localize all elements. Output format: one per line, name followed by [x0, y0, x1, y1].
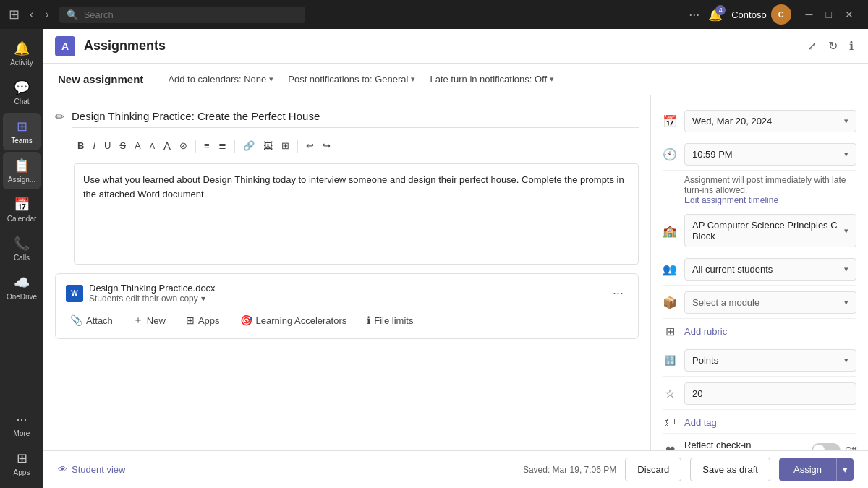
font-size-up-button[interactable]: A [160, 137, 174, 155]
due-date-value: Wed, Mar 20, 2024 [692, 116, 772, 127]
file-limits-button[interactable]: ℹ File limits [362, 312, 417, 329]
saved-status: Saved: Mar 19, 7:06 PM [523, 465, 616, 475]
reflect-toggle[interactable]: Off [812, 443, 856, 451]
underline-button[interactable]: U [101, 137, 114, 154]
sidebar-item-assignments[interactable]: 📋 Assign... [3, 152, 41, 189]
class-dropdown[interactable]: AP Computer Science Principles C Block ▾ [684, 214, 856, 247]
tag-row: 🏷 Add tag [663, 411, 856, 434]
search-input[interactable] [84, 9, 298, 20]
file-sub-label[interactable]: Students edit their own copy ▾ [89, 294, 216, 304]
body-layout: ✏ B I U S A A A ⊘ ≡ ≣ 🔗 [43, 95, 868, 450]
toggle-track[interactable] [812, 443, 841, 451]
points-type-dropdown[interactable]: Points ▾ [684, 349, 856, 372]
sidebar-item-onedrive[interactable]: ☁️ OneDrive [3, 269, 41, 307]
calendar-option-chevron: ▾ [269, 74, 273, 84]
learning-accelerators-button[interactable]: 🎯 Learning Accelerators [236, 312, 352, 329]
attachment-more-button[interactable]: ··· [608, 284, 628, 302]
close-button[interactable]: ✕ [839, 6, 859, 23]
activity-icon: 🔔 [14, 40, 30, 56]
student-view-label: Student view [72, 464, 125, 475]
font-size-down-button[interactable]: A [146, 139, 158, 153]
tag-icon: 🏷 [663, 416, 677, 429]
discard-button[interactable]: Discard [625, 458, 681, 481]
save-draft-button[interactable]: Save as draft [690, 458, 770, 481]
sidebar-item-apps[interactable]: ⊞ Apps [3, 445, 41, 482]
number-list-button[interactable]: ≣ [215, 137, 230, 154]
file-sub-chevron: ▾ [201, 294, 205, 304]
notifications-option[interactable]: Post notifications to: General ▾ [281, 71, 422, 87]
class-row: 🏫 AP Computer Science Principles C Block… [663, 210, 856, 252]
late-turn-option[interactable]: Late turn in notifications: Off ▾ [422, 71, 561, 87]
file-details: Design Thinking Practice.docx Students e… [89, 283, 216, 304]
calendar-option[interactable]: Add to calendars: None ▾ [161, 71, 281, 87]
student-view-icon: 👁 [58, 464, 67, 475]
more-options-icon[interactable]: ··· [689, 7, 699, 22]
due-time-icon: 🕙 [663, 147, 677, 161]
highlight-button[interactable]: A [131, 137, 145, 154]
back-button[interactable]: ‹ [25, 5, 38, 24]
expand-icon-button[interactable]: ⤢ [804, 36, 820, 56]
notification-button[interactable]: 🔔 4 [708, 8, 723, 22]
sidebar-item-chat[interactable]: 💬 Chat [3, 74, 41, 111]
app-launcher-icon[interactable]: ⊞ [9, 7, 20, 22]
clear-format-button[interactable]: ⊘ [176, 137, 191, 154]
assignment-title-input[interactable] [72, 107, 639, 128]
sidebar-label-apps: Apps [14, 468, 30, 476]
link-button[interactable]: 🔗 [239, 137, 258, 154]
reflect-label: Reflect check-in [684, 440, 751, 450]
points-type-icon: 🔢 [663, 355, 677, 366]
app-layout: 🔔 Activity 💬 Chat ⊞ Teams 📋 Assign... 📅 … [0, 29, 868, 488]
main-content: A Assignments ⤢ ↻ ℹ New assignment Add t… [43, 29, 868, 488]
notifications-option-label: Post notifications to: General [288, 74, 408, 85]
due-time-dropdown[interactable]: 10:59 PM ▾ [684, 143, 856, 166]
user-menu[interactable]: Contoso C [731, 4, 791, 25]
search-bar[interactable]: 🔍 [59, 7, 305, 23]
due-date-dropdown[interactable]: Wed, Mar 20, 2024 ▾ [684, 110, 856, 132]
module-dropdown[interactable]: Select a module ▾ [684, 291, 856, 314]
forward-button[interactable]: › [41, 5, 53, 24]
class-icon: 🏫 [663, 224, 677, 238]
assignment-body-editor[interactable]: Use what you learned about Design Thinki… [74, 163, 639, 265]
sidebar-item-more[interactable]: ··· More [3, 406, 41, 443]
image-button[interactable]: 🖼 [260, 137, 276, 154]
sidebar-label-calendar: Calendar [7, 215, 37, 223]
toolbar-separator-3 [297, 140, 298, 153]
italic-button[interactable]: I [89, 137, 99, 154]
undo-button[interactable]: ↩ [302, 137, 318, 154]
calendar-option-label: Add to calendars: None [168, 74, 266, 85]
add-rubric-link[interactable]: Add rubric [684, 326, 727, 337]
maximize-button[interactable]: □ [820, 6, 838, 23]
sidebar-label-calls: Calls [14, 254, 30, 262]
chat-icon: 💬 [14, 80, 30, 95]
assign-dropdown-button[interactable]: ▾ [836, 458, 854, 481]
apps-action-button[interactable]: ⊞ Apps [182, 312, 224, 329]
sidebar-item-activity[interactable]: 🔔 Activity [3, 35, 41, 72]
info-icon-button[interactable]: ℹ [846, 36, 856, 56]
bullet-list-button[interactable]: ≡ [200, 137, 213, 154]
table-button[interactable]: ⊞ [278, 137, 293, 154]
student-view-button[interactable]: 👁 Student view [58, 464, 125, 475]
sidebar-item-teams[interactable]: ⊞ Teams [3, 113, 41, 150]
teams-icon: ⊞ [17, 119, 27, 134]
redo-button[interactable]: ↪ [319, 137, 334, 154]
sidebar-item-calendar[interactable]: 📅 Calendar [3, 191, 41, 228]
strikethrough-button[interactable]: S [116, 137, 129, 154]
points-value-input[interactable] [684, 382, 856, 405]
sidebar-item-calls[interactable]: 📞 Calls [3, 230, 41, 267]
bold-button[interactable]: B [74, 137, 88, 154]
learning-label: Learning Accelerators [256, 315, 347, 326]
file-limits-icon: ℹ [367, 314, 370, 326]
attach-button[interactable]: 📎 Attach [66, 312, 117, 329]
toggle-state-label: Off [845, 445, 856, 451]
edit-timeline-link[interactable]: Edit assignment timeline [684, 195, 778, 205]
minimize-button[interactable]: ─ [800, 6, 819, 23]
add-tag-link[interactable]: Add tag [684, 417, 717, 428]
calendar-icon: 📅 [14, 197, 30, 213]
points-star-icon: ☆ [663, 387, 677, 401]
module-row: 📦 Select a module ▾ [663, 287, 856, 319]
refresh-icon-button[interactable]: ↻ [825, 36, 841, 56]
new-button[interactable]: ＋ New [129, 311, 170, 330]
students-row: 👥 All current students ▾ [663, 254, 856, 286]
assign-button[interactable]: Assign [779, 458, 836, 481]
students-dropdown[interactable]: All current students ▾ [684, 258, 856, 281]
